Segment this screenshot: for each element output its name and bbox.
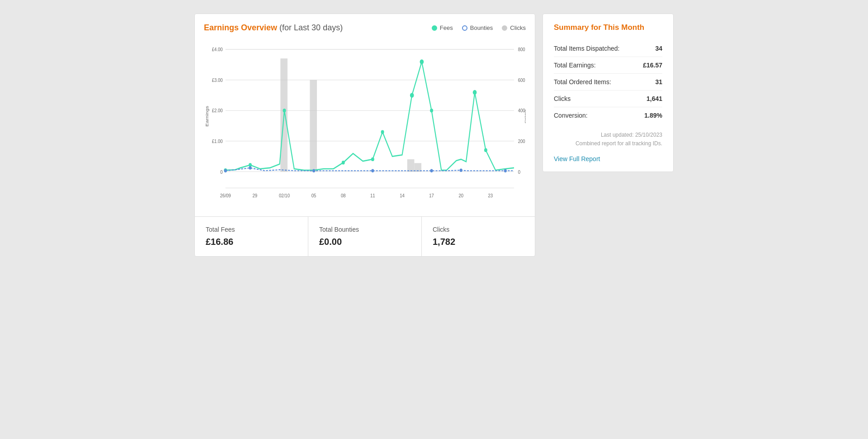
summary-key: Clicks (554, 95, 571, 102)
svg-text:800: 800 (518, 46, 525, 52)
summary-row: Clicks 1,641 (554, 91, 662, 107)
bounties-dot (504, 169, 507, 172)
clicks-value: 1,782 (433, 237, 524, 247)
svg-text:08: 08 (341, 192, 346, 198)
footer-line2: Combined report for all tracking IDs. (554, 139, 662, 148)
summary-footer: Last updated: 25/10/2023 Combined report… (554, 131, 662, 148)
total-bounties-label: Total Bounties (319, 226, 410, 233)
right-panel: Summary for This Month Total Items Dispa… (542, 14, 674, 172)
svg-text:200: 200 (518, 138, 525, 144)
summary-val: 1.89% (644, 112, 662, 119)
svg-text:600: 600 (518, 77, 525, 83)
chart-title-orange: Earnings Overview (204, 23, 277, 32)
svg-text:29: 29 (253, 192, 258, 198)
fees-dot (410, 93, 414, 98)
legend: Fees Bounties Clicks (432, 24, 526, 31)
bounties-dot (249, 166, 251, 169)
click-bar (407, 159, 415, 172)
svg-text:11: 11 (370, 192, 375, 198)
chart-svg: £4.00 £3.00 £2.00 £1.00 0 800 600 400 20… (204, 40, 526, 212)
main-container: Earnings Overview (for Last 30 days) Fee… (194, 14, 674, 257)
total-bounties-box: Total Bounties £0.00 (308, 217, 422, 256)
legend-clicks-label: Clicks (510, 24, 526, 31)
total-bounties-value: £0.00 (319, 237, 410, 247)
fees-dot (371, 157, 374, 161)
svg-text:0: 0 (220, 169, 222, 175)
footer-line1: Last updated: 25/10/2023 (554, 131, 662, 139)
total-fees-value: £16.86 (206, 237, 297, 247)
svg-text:23: 23 (488, 192, 493, 198)
svg-text:26/09: 26/09 (220, 192, 231, 198)
summary-row: Total Items Dispatched: 34 (554, 40, 662, 57)
chart-title-gray: (for Last 30 days) (277, 23, 343, 32)
legend-bounties: Bounties (462, 24, 493, 31)
svg-text:£2.00: £2.00 (212, 108, 223, 114)
fees-icon (432, 25, 437, 31)
summary-rows: Total Items Dispatched: 34 Total Earning… (554, 40, 662, 124)
bottom-stats: Total Fees £16.86 Total Bounties £0.00 C… (195, 216, 535, 256)
svg-text:14: 14 (400, 192, 405, 198)
svg-text:£4.00: £4.00 (212, 46, 223, 52)
svg-text:02/10: 02/10 (279, 192, 290, 198)
summary-key: Total Ordered Items: (554, 78, 611, 86)
summary-title: Summary for This Month (554, 23, 662, 32)
summary-val: 1,641 (646, 95, 662, 102)
summary-key: Total Items Dispatched: (554, 45, 620, 52)
bounties-dot (224, 169, 227, 172)
fees-dot (381, 130, 384, 134)
fees-dot (430, 109, 433, 112)
left-panel: Earnings Overview (for Last 30 days) Fee… (194, 14, 535, 257)
chart-header: Earnings Overview (for Last 30 days) Fee… (204, 23, 526, 33)
clicks-icon (502, 25, 507, 31)
summary-row: Conversion: 1.89% (554, 107, 662, 124)
legend-clicks: Clicks (502, 24, 526, 31)
summary-row: Total Earnings: £16.57 (554, 57, 662, 74)
summary-val: 31 (655, 78, 662, 86)
legend-bounties-label: Bounties (470, 24, 493, 31)
summary-key: Total Earnings: (554, 62, 596, 69)
fees-dot (473, 90, 477, 95)
bounties-dot (460, 168, 462, 172)
legend-fees-label: Fees (440, 24, 453, 31)
clicks-box: Clicks 1,782 (422, 217, 535, 256)
fees-dot (484, 148, 487, 152)
bounties-dot (312, 169, 315, 172)
summary-val: 34 (655, 45, 662, 52)
chart-wrapper: £4.00 £3.00 £2.00 £1.00 0 800 600 400 20… (204, 40, 526, 212)
chart-area: Earnings Overview (for Last 30 days) Fee… (195, 14, 535, 216)
summary-row: Total Ordered Items: 31 (554, 74, 662, 91)
fees-dot (283, 109, 286, 112)
svg-text:17: 17 (429, 192, 434, 198)
svg-text:£3.00: £3.00 (212, 77, 223, 83)
svg-text:05: 05 (311, 192, 316, 198)
svg-text:£1.00: £1.00 (212, 138, 223, 144)
bounties-dot (430, 169, 433, 172)
svg-text:Earnings: Earnings (204, 106, 209, 127)
total-fees-label: Total Fees (206, 226, 297, 233)
bounties-dot (371, 169, 374, 172)
svg-text:Clicks: Clicks (524, 109, 526, 123)
total-fees-box: Total Fees £16.86 (195, 217, 308, 256)
clicks-label: Clicks (433, 226, 524, 233)
fees-line (226, 62, 514, 171)
svg-text:0: 0 (518, 169, 520, 175)
summary-val: £16.57 (643, 62, 662, 69)
view-full-report-link[interactable]: View Full Report (554, 155, 600, 162)
fees-dot (420, 59, 424, 64)
fees-dot (342, 161, 345, 164)
svg-text:20: 20 (458, 192, 463, 198)
bounties-icon (462, 25, 467, 31)
legend-fees: Fees (432, 24, 453, 31)
click-bar (310, 80, 317, 172)
chart-title: Earnings Overview (for Last 30 days) (204, 23, 343, 33)
summary-key: Conversion: (554, 112, 588, 119)
